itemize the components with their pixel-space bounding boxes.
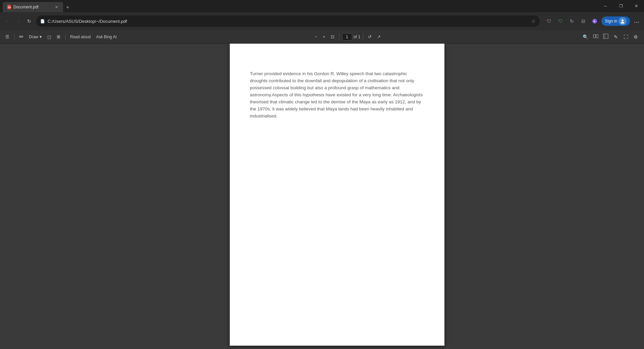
draw-tools-icon: ✎	[614, 34, 618, 40]
separator-1	[14, 34, 14, 40]
tab-close-button[interactable]: ✕	[54, 4, 59, 10]
ask-bing-button[interactable]: Ask Bing AI	[94, 32, 118, 42]
eraser-button[interactable]: ◻	[45, 32, 53, 42]
addressbar: ← → ↻ 📄 C:/Users/ASUS/Desktop/~/Document…	[0, 12, 644, 30]
svg-rect-6	[593, 35, 595, 38]
svg-text:✦: ✦	[593, 20, 596, 23]
read-aloud-button[interactable]: Read aloud	[68, 32, 93, 42]
immersive-button[interactable]	[601, 32, 610, 42]
ink-icon: ✏	[19, 34, 23, 40]
main-content-area: Turner provided evidence in his Gordon R…	[0, 44, 644, 349]
address-field[interactable]: 📄 C:/Users/ASUS/Desktop/~/Document.pdf ☆	[36, 15, 540, 27]
refresh-icon: ↻	[27, 18, 31, 24]
separator-3	[339, 34, 339, 40]
settings-button[interactable]: ⚙	[631, 32, 641, 42]
export-button[interactable]: ↗	[375, 32, 383, 42]
pdf-page: Turner provided evidence in his Gordon R…	[230, 44, 444, 346]
page-of-text: of	[354, 35, 357, 39]
url-text: C:/Users/ASUS/Desktop/~/Document.pdf	[48, 19, 529, 24]
toc-icon: ☰	[5, 34, 9, 39]
read-aloud-label: Read aloud	[70, 35, 91, 39]
search-icon: 🔍	[583, 34, 588, 40]
svg-point-5	[621, 22, 624, 23]
pdf-paragraph: Turner provided evidence in his Gordon R…	[250, 70, 424, 119]
svg-rect-8	[603, 34, 608, 39]
display-button[interactable]: ⊞	[55, 32, 62, 42]
star-icon[interactable]: ☆	[531, 18, 536, 24]
export-icon: ↗	[377, 34, 381, 39]
titlebar: PDF Document.pdf ✕ + ─ ❐ ✕	[0, 0, 644, 12]
lock-icon: 📄	[40, 19, 45, 23]
draw-label: Draw	[29, 35, 38, 39]
pdf-tab-icon: PDF	[7, 5, 11, 9]
separator-2	[65, 34, 65, 40]
zoom-out-icon: −	[315, 34, 317, 39]
split-view-icon[interactable]: ⊟	[579, 16, 588, 26]
svg-point-4	[622, 19, 624, 21]
ask-bing-label: Ask Bing AI	[96, 35, 116, 39]
rotate-icon: ↺	[368, 34, 372, 39]
toolbar-right-actions: 🔍 ✎ ⛶ ⚙	[581, 32, 641, 42]
new-tab-button[interactable]: +	[63, 3, 72, 12]
tab-document-pdf[interactable]: PDF Document.pdf ✕	[3, 2, 63, 12]
immersive-icon	[603, 34, 608, 40]
eraser-icon: ◻	[47, 34, 51, 40]
rotate-button[interactable]: ↺	[366, 32, 374, 42]
back-icon: ←	[5, 18, 10, 24]
expand-button[interactable]: ⛶	[621, 32, 631, 42]
back-button[interactable]: ←	[3, 16, 13, 26]
svg-text:PDF: PDF	[8, 6, 11, 8]
separator-4	[363, 34, 363, 40]
fit-icon: ⊡	[331, 34, 334, 39]
tab-label: Document.pdf	[13, 5, 39, 9]
sign-in-button[interactable]: Sign in	[601, 16, 630, 26]
settings-icon: ⚙	[634, 34, 638, 40]
nav-controls: ← → ↻	[3, 16, 34, 26]
shield-icon[interactable]: 🛡	[544, 16, 554, 26]
page-input[interactable]	[342, 33, 352, 41]
pdf-toolbar: ☰ ✏ Draw ▾ ◻ ⊞ Read aloud Ask Bing AI − …	[0, 30, 644, 44]
fit-button[interactable]: ⊡	[329, 32, 336, 42]
kaspersky-icon[interactable]: 🛡	[556, 16, 565, 26]
draw-button[interactable]: Draw ▾	[27, 32, 44, 42]
forward-button[interactable]: →	[13, 16, 23, 26]
ink-button[interactable]: ✏	[17, 32, 25, 42]
close-button[interactable]: ✕	[629, 0, 644, 12]
more-button[interactable]: …	[632, 16, 641, 26]
toolbar-icons: 🛡 🛡 ↻ ⊟ ✦ Sign in …	[544, 16, 641, 26]
zoom-out-button[interactable]: −	[313, 32, 319, 42]
restore-button[interactable]: ❐	[613, 0, 629, 12]
page-total: 1	[358, 35, 361, 39]
tab-bar: PDF Document.pdf ✕ +	[0, 0, 598, 12]
search-button[interactable]: 🔍	[581, 32, 590, 42]
zoom-in-button[interactable]: +	[321, 32, 327, 42]
refresh-ext-icon[interactable]: ↻	[567, 16, 577, 26]
copilot-icon[interactable]: ✦	[590, 16, 599, 26]
minimize-button[interactable]: ─	[598, 0, 613, 12]
refresh-button[interactable]: ↻	[24, 16, 34, 26]
toc-button[interactable]: ☰	[3, 32, 11, 42]
svg-rect-7	[596, 35, 598, 38]
read-view-icon	[593, 34, 598, 40]
window-controls: ─ ❐ ✕	[598, 0, 644, 12]
draw-tools-button[interactable]: ✎	[611, 32, 621, 42]
display-icon: ⊞	[57, 34, 60, 39]
draw-arrow-icon: ▾	[40, 34, 42, 39]
expand-icon: ⛶	[624, 34, 628, 40]
zoom-in-icon: +	[323, 34, 325, 39]
avatar	[619, 17, 627, 25]
read-view-button[interactable]	[591, 32, 600, 42]
forward-icon: →	[16, 18, 21, 24]
